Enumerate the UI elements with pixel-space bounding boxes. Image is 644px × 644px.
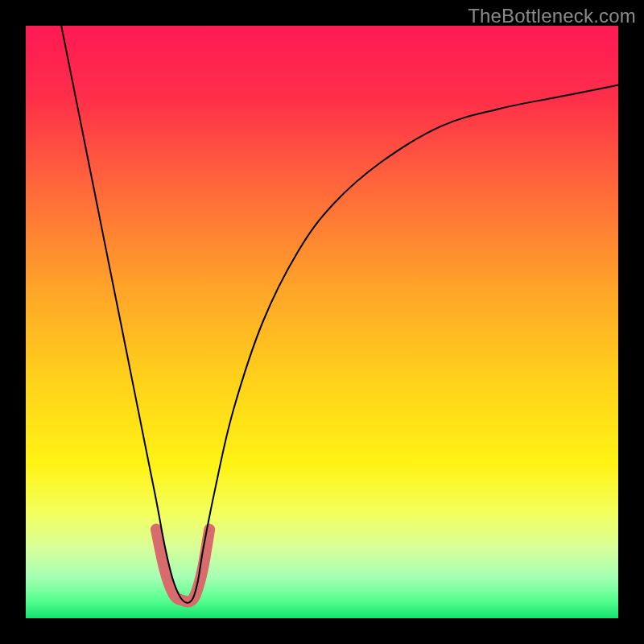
watermark-text: TheBottleneck.com <box>468 5 636 27</box>
curve-layer <box>26 26 618 618</box>
bottleneck-curve <box>61 26 618 603</box>
plot-area <box>26 26 618 618</box>
chart-frame: TheBottleneck.com <box>0 0 644 644</box>
